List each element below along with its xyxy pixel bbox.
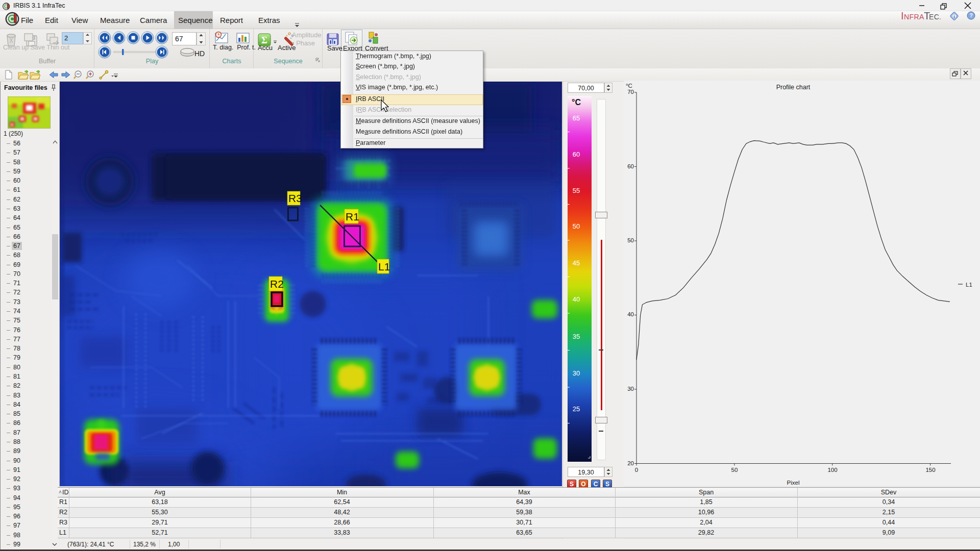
svg-text:R2: R2	[270, 278, 284, 290]
svg-text:R1: R1	[346, 211, 359, 222]
svg-text:HD: HD	[194, 49, 205, 58]
svg-text:EC: EC	[929, 13, 939, 21]
svg-text:L1: L1	[966, 282, 972, 288]
svg-text:L1: L1	[378, 261, 390, 272]
svg-text:.: .	[939, 13, 941, 21]
svg-text:R3: R3	[288, 192, 302, 204]
svg-text:?: ?	[969, 12, 973, 18]
svg-text:NFRA: NFRA	[904, 13, 924, 21]
svg-text:I: I	[901, 10, 904, 21]
